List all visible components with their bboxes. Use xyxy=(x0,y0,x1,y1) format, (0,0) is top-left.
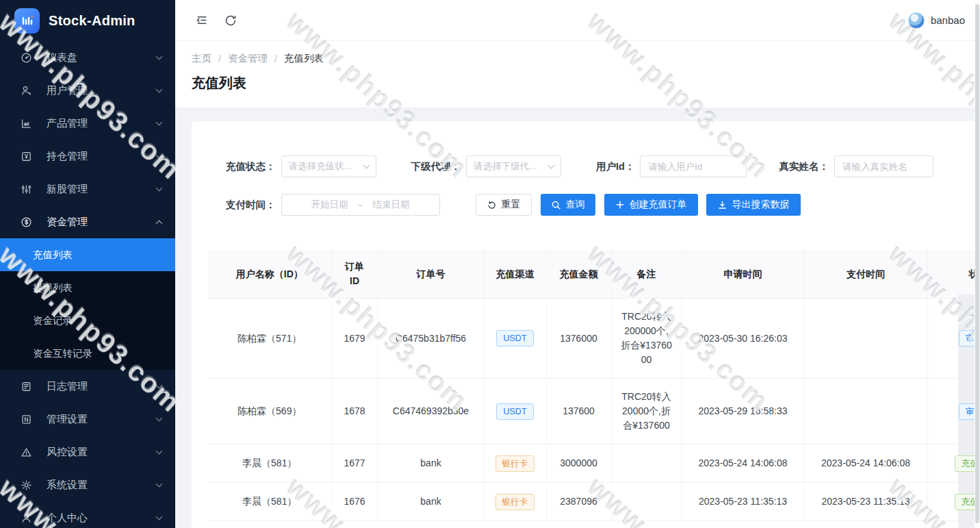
create-recharge-order-button[interactable]: 创建充值订单 xyxy=(604,194,698,216)
cell-apply-time: 2023-05-23 11:35:13 xyxy=(682,483,804,521)
sidebar-item-logs[interactable]: 日志管理 xyxy=(0,370,175,403)
cell-apply-time: 2023-05-24 14:06:08 xyxy=(682,444,804,483)
sidebar-item-users[interactable]: 用户管理 xyxy=(0,74,175,107)
avatar[interactable] xyxy=(908,12,925,29)
sidebar-item-system-settings[interactable]: 系统设置 xyxy=(0,468,175,501)
recharge-status-label: 充值状态： xyxy=(226,160,276,173)
reset-icon xyxy=(487,200,497,210)
sidebar: Stock-Admin 仪表盘 用户管理 产品管理 持仓管理 新股管理 xyxy=(0,0,175,528)
header-channel: 充值渠道 xyxy=(484,250,546,299)
channel-badge: 银行卡 xyxy=(495,494,535,510)
sidebar-item-label: 用户管理 xyxy=(47,84,157,97)
cell-pay-time: 2023-05-23 11:35:13 xyxy=(804,483,927,521)
recharge-status-select[interactable]: 请选择充值状... xyxy=(281,155,376,177)
ipo-icon xyxy=(21,184,33,195)
breadcrumb-separator: / xyxy=(218,53,221,64)
user-menu[interactable]: banbao xyxy=(908,12,965,29)
sidebar-item-admin-settings[interactable]: 管理设置 xyxy=(0,403,175,436)
sidebar-item-profile[interactable]: 个人中心 xyxy=(0,501,175,528)
sidebar-item-positions[interactable]: 持仓管理 xyxy=(0,140,175,173)
cell-order-no: C647469392b30e xyxy=(378,379,484,444)
sidebar-subitem-fund-transfer-records[interactable]: 资金互转记录 xyxy=(0,337,175,370)
sidebar-item-ipo[interactable]: 新股管理 xyxy=(0,173,175,205)
cell-channel: 银行卡 xyxy=(484,444,546,483)
plus-icon xyxy=(615,200,625,210)
page-scrollbar[interactable] xyxy=(975,0,980,528)
cell-amount: 2387096 xyxy=(546,483,611,521)
sidebar-item-label: 产品管理 xyxy=(47,117,157,130)
cell-user: 陈柏霖（569） xyxy=(208,379,331,444)
users-icon xyxy=(21,85,33,97)
cell-remark xyxy=(611,483,682,521)
export-search-data-button[interactable]: 导出搜索数据 xyxy=(706,194,801,216)
chevron-down-icon xyxy=(156,53,163,60)
sidebar-subitem-withdraw-list[interactable]: 提现列表 xyxy=(0,271,175,304)
cell-order-no: bank xyxy=(378,483,484,521)
search-button-label: 查询 xyxy=(566,199,585,211)
cell-channel: USDT xyxy=(484,379,546,444)
sidebar-item-label: 系统设置 xyxy=(47,479,157,492)
reset-button-label: 重置 xyxy=(502,199,521,211)
cell-remark xyxy=(611,444,682,483)
breadcrumb-section[interactable]: 资金管理 xyxy=(228,52,268,65)
sidebar-item-dashboard[interactable]: 仪表盘 xyxy=(0,41,175,74)
sidebar-item-label: 持仓管理 xyxy=(47,150,157,163)
breadcrumb-separator: / xyxy=(274,53,277,64)
header-order-id: 订单 ID xyxy=(331,250,378,299)
date-end-placeholder: 结束日期 xyxy=(372,199,409,211)
agent-label: 下级代理： xyxy=(411,160,461,173)
chevron-down-icon xyxy=(156,86,163,93)
breadcrumb-current: 充值列表 xyxy=(284,52,324,65)
chevron-down-icon xyxy=(156,481,163,488)
chevron-up-icon xyxy=(156,220,163,227)
cell-amount: 137600 xyxy=(546,379,611,444)
agent-select[interactable]: 请选择下级代... xyxy=(466,155,561,177)
breadcrumb-home[interactable]: 主页 xyxy=(192,52,211,65)
sidebar-item-label: 新股管理 xyxy=(47,183,157,196)
sidebar-subitem-label: 充值列表 xyxy=(33,249,73,262)
collapse-sidebar-icon[interactable] xyxy=(194,13,209,27)
sidebar-subitem-recharge-list[interactable]: 充值列表 xyxy=(0,238,175,271)
reset-button[interactable]: 重置 xyxy=(476,194,532,216)
sidebar-subitem-label: 资金记录 xyxy=(33,314,73,327)
profile-icon xyxy=(21,512,33,524)
recharge-list-card: 充值状态： 请选择充值状... 下级代理： 请选择下级代... 用户Id： 真实… xyxy=(192,121,980,528)
sidebar-item-risk-settings[interactable]: 风控设置 xyxy=(0,436,175,468)
select-placeholder: 请选择充值状... xyxy=(289,160,364,173)
table-row: 李晨（581） 1677 bank 银行卡 3000000 2023-05-24… xyxy=(208,444,980,483)
breadcrumb: 主页 / 资金管理 / 充值列表 xyxy=(192,52,964,65)
filter-row-2: 支付时间： 开始日期 ~ 结束日期 重置 查询 创建充值订单 xyxy=(208,194,980,216)
sidebar-item-products[interactable]: 产品管理 xyxy=(0,107,175,140)
userid-label: 用户Id： xyxy=(596,160,634,173)
paytime-range-input[interactable]: 开始日期 ~ 结束日期 xyxy=(281,194,440,216)
refresh-icon[interactable] xyxy=(224,14,237,27)
table-row: 李晨（581） 1676 bank 银行卡 2387096 2023-05-23… xyxy=(208,483,980,521)
search-button[interactable]: 查询 xyxy=(541,194,595,216)
funds-submenu: 充值列表 提现列表 资金记录 资金互转记录 xyxy=(0,238,175,370)
userid-input[interactable] xyxy=(640,155,747,177)
table-row: 陈柏霖（571） 1679 C6475b31b7ff56 USDT 137600… xyxy=(208,299,980,379)
cell-amount: 1376000 xyxy=(546,299,611,379)
sidebar-subitem-fund-records[interactable]: 资金记录 xyxy=(0,304,175,337)
cell-amount: 3000000 xyxy=(546,444,611,483)
sidebar-item-funds[interactable]: 资金管理 xyxy=(0,205,175,238)
system-settings-icon xyxy=(21,479,33,491)
chevron-down-icon xyxy=(156,415,163,422)
chevron-down-icon xyxy=(548,162,555,169)
search-icon xyxy=(551,200,561,210)
header-user: 用户名称（ID） xyxy=(208,250,331,299)
risk-icon xyxy=(21,447,33,458)
cell-pay-time xyxy=(804,299,927,379)
header-status: 状态 xyxy=(927,250,980,299)
username: banbao xyxy=(931,14,965,26)
sidebar-subitem-label: 提现列表 xyxy=(33,281,73,294)
header-amount: 充值金额 xyxy=(546,250,611,299)
realname-input[interactable] xyxy=(834,155,933,177)
select-placeholder: 请选择下级代... xyxy=(474,160,549,173)
chevron-down-icon xyxy=(156,185,163,192)
cell-apply-time: 2023-05-30 16:26:03 xyxy=(682,299,804,379)
main-area: banbao 主页 / 资金管理 / 充值列表 充值列表 充值状态： 请选择充值… xyxy=(175,0,980,528)
date-separator: ~ xyxy=(358,200,363,210)
cell-order-id: 1676 xyxy=(331,483,378,521)
scrollbar-thumb[interactable] xyxy=(975,4,979,523)
